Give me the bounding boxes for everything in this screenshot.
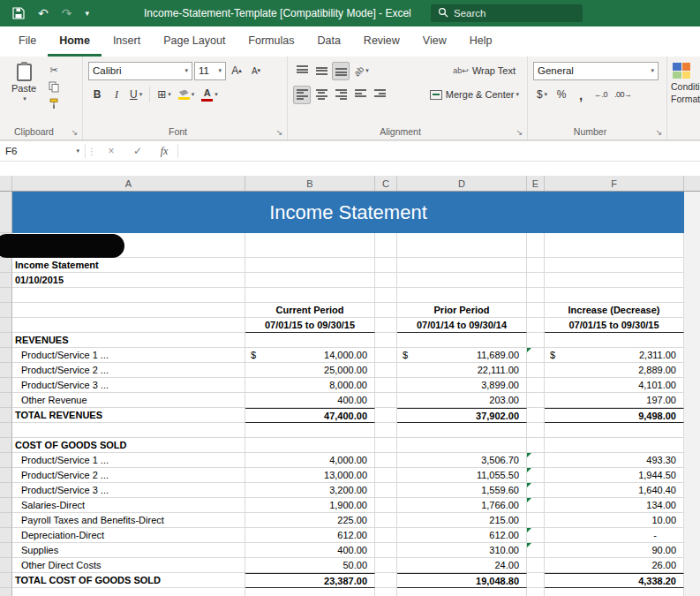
undo-icon[interactable]: ↶ xyxy=(38,7,49,19)
cancel-icon[interactable]: × xyxy=(98,141,124,161)
row-header[interactable] xyxy=(0,498,12,513)
bold-button[interactable]: B xyxy=(88,86,106,104)
row-header[interactable] xyxy=(0,333,12,348)
cell[interactable] xyxy=(397,288,527,303)
row-header[interactable] xyxy=(0,543,12,558)
cell[interactable] xyxy=(545,438,684,453)
row-label[interactable]: Product/Service 2 ... xyxy=(12,468,245,483)
insert-function-icon[interactable]: fx xyxy=(151,141,177,161)
cell[interactable] xyxy=(375,483,397,498)
cell[interactable] xyxy=(375,273,397,288)
current-value[interactable]: 47,400.00 xyxy=(245,408,375,423)
cell[interactable] xyxy=(397,233,527,258)
prior-period-range[interactable]: 07/01/14 to 09/30/14 xyxy=(397,318,527,333)
cell[interactable] xyxy=(527,408,545,423)
prior-value[interactable]: 1,766.00 xyxy=(397,498,527,513)
row-header[interactable] xyxy=(0,273,12,288)
current-value[interactable]: 3,200.00 xyxy=(245,483,375,498)
font-dialog-launcher-icon[interactable]: ↘ xyxy=(275,127,284,137)
cell[interactable] xyxy=(245,288,375,303)
row-header[interactable] xyxy=(0,363,12,378)
increase-value[interactable]: 2,889.00 xyxy=(545,363,684,378)
prior-value[interactable]: 215.00 xyxy=(397,513,527,528)
row-header[interactable] xyxy=(0,468,12,483)
align-top-button[interactable] xyxy=(293,62,311,80)
column-header-d[interactable]: D xyxy=(397,176,527,191)
shrink-font-button[interactable]: A▾ xyxy=(247,62,265,80)
font-color-button[interactable]: A▾ xyxy=(199,86,221,104)
cell[interactable] xyxy=(375,303,397,318)
current-value[interactable]: 25,000.00 xyxy=(245,363,375,378)
current-value[interactable]: 225.00 xyxy=(245,513,375,528)
row-header[interactable] xyxy=(0,258,12,273)
cell[interactable] xyxy=(375,348,397,363)
row-label[interactable]: Other Revenue xyxy=(12,393,245,408)
cut-button[interactable]: ✂ xyxy=(46,64,62,77)
current-value[interactable]: 1,900.00 xyxy=(245,498,375,513)
sheet-title-banner[interactable]: Income Statement xyxy=(12,192,684,233)
current-value[interactable]: 4,000.00 xyxy=(245,453,375,468)
cell[interactable] xyxy=(375,393,397,408)
row-header[interactable] xyxy=(0,573,12,588)
row-label[interactable]: Other Direct Costs xyxy=(12,558,245,573)
current-value[interactable]: 400.00 xyxy=(245,393,375,408)
row-header[interactable] xyxy=(0,393,12,408)
prior-period-title[interactable]: Prior Period xyxy=(397,303,527,318)
doc-date[interactable]: 01/10/2015 xyxy=(12,273,245,288)
cell[interactable] xyxy=(375,543,397,558)
cell[interactable] xyxy=(375,588,397,596)
row-header[interactable] xyxy=(0,513,12,528)
cell[interactable] xyxy=(375,438,397,453)
row-header[interactable] xyxy=(0,558,12,573)
row-header[interactable] xyxy=(0,303,12,318)
row-label[interactable]: Product/Service 1 ... xyxy=(12,348,245,363)
align-center-button[interactable] xyxy=(312,86,330,104)
doc-title[interactable]: Income Statement xyxy=(12,258,245,273)
row-header[interactable] xyxy=(0,192,12,233)
cell[interactable] xyxy=(375,453,397,468)
cell[interactable] xyxy=(375,528,397,543)
cell[interactable] xyxy=(375,573,397,588)
cell[interactable] xyxy=(527,513,545,528)
cell[interactable] xyxy=(527,363,545,378)
cell[interactable] xyxy=(527,558,545,573)
cell[interactable] xyxy=(545,423,684,438)
cell[interactable] xyxy=(245,423,375,438)
increase-value[interactable]: - xyxy=(545,528,684,543)
align-bottom-button[interactable] xyxy=(332,62,350,80)
row-label[interactable]: Product/Service 3 ... xyxy=(12,378,245,393)
prior-value[interactable]: 1,559.60 xyxy=(397,483,527,498)
save-icon[interactable] xyxy=(12,7,25,19)
cell[interactable] xyxy=(397,423,527,438)
increase-range[interactable]: 07/01/15 to 09/30/15 xyxy=(545,318,684,333)
section-header[interactable]: REVENUES xyxy=(12,333,245,348)
prior-value[interactable]: 19,048.80 xyxy=(397,573,527,588)
cell[interactable] xyxy=(527,303,545,318)
cell[interactable] xyxy=(527,438,545,453)
row-label[interactable]: Salaries-Direct xyxy=(12,498,245,513)
cell[interactable] xyxy=(12,303,245,318)
cell[interactable] xyxy=(527,273,545,288)
borders-button[interactable]: ⊞▾ xyxy=(154,86,174,104)
cell[interactable] xyxy=(397,333,527,348)
increase-value[interactable]: 9,498.00 xyxy=(545,408,684,423)
increase-value[interactable]: 134.00 xyxy=(545,498,684,513)
cell[interactable] xyxy=(545,288,684,303)
align-middle-button[interactable] xyxy=(312,62,330,80)
section-header[interactable]: COST OF GOODS SOLD xyxy=(12,438,245,453)
cell[interactable] xyxy=(375,423,397,438)
cell[interactable] xyxy=(397,588,527,596)
font-size-select[interactable]: 11▾ xyxy=(194,62,226,80)
cell[interactable] xyxy=(545,333,684,348)
cell[interactable] xyxy=(397,258,527,273)
font-name-select[interactable]: Calibri▾ xyxy=(88,62,192,80)
current-value[interactable]: 8,000.00 xyxy=(245,378,375,393)
italic-button[interactable]: I xyxy=(108,86,125,104)
cell[interactable] xyxy=(375,233,397,258)
row-header[interactable] xyxy=(0,408,12,423)
current-value[interactable]: 612.00 xyxy=(245,528,375,543)
row-header[interactable] xyxy=(0,453,12,468)
cell[interactable] xyxy=(245,438,375,453)
row-label[interactable]: Product/Service 3 ... xyxy=(12,483,245,498)
current-value[interactable]: 400.00 xyxy=(245,543,375,558)
